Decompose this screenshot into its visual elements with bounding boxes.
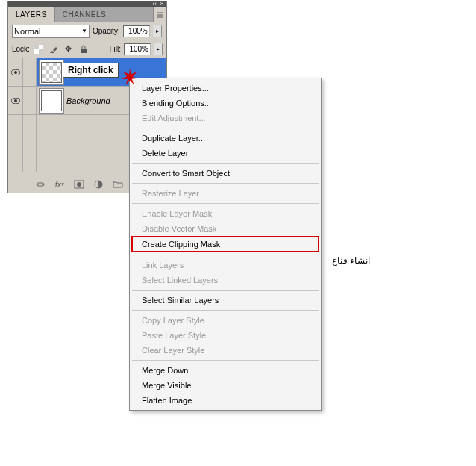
menu-separator xyxy=(132,203,319,204)
visibility-toggle[interactable] xyxy=(8,87,23,114)
menu-item: Clear Layer Style xyxy=(131,343,319,358)
menu-item[interactable]: Duplicate Layer... xyxy=(131,131,319,146)
callout-label: Right click xyxy=(63,63,119,78)
svg-point-13 xyxy=(77,182,81,187)
svg-rect-6 xyxy=(34,49,39,54)
adjustment-icon[interactable] xyxy=(92,178,105,191)
opacity-flyout-icon[interactable]: ▸ xyxy=(153,25,162,37)
lock-transparency-icon[interactable] xyxy=(33,43,45,55)
menu-separator xyxy=(132,360,319,361)
panel-menu-icon[interactable] xyxy=(153,7,166,22)
layer-name[interactable]: Background xyxy=(66,96,110,105)
eye-icon xyxy=(11,69,20,75)
blend-row: Normal ▼ Opacity: ▸ xyxy=(8,22,166,40)
menu-item: Rasterize Layer xyxy=(131,186,319,201)
svg-marker-16 xyxy=(122,69,138,85)
menu-item[interactable]: Blending Options... xyxy=(131,96,319,111)
svg-point-9 xyxy=(14,71,17,74)
visibility-toggle[interactable] xyxy=(8,58,23,86)
close-icon[interactable]: × xyxy=(159,1,165,7)
menu-separator xyxy=(132,128,319,128)
menu-item: Select Linked Layers xyxy=(131,273,319,288)
menu-separator xyxy=(132,163,319,164)
menu-item: Enable Layer Mask xyxy=(131,206,319,221)
svg-point-11 xyxy=(14,99,17,102)
menu-item: Link Layers xyxy=(131,258,319,273)
menu-item[interactable]: Select Similar Layers xyxy=(131,293,319,308)
menu-item: Paste Layer Style xyxy=(131,328,319,343)
menu-separator xyxy=(132,310,319,311)
lock-position-icon[interactable]: ✥ xyxy=(63,43,75,55)
fx-icon[interactable]: fx▾ xyxy=(53,178,66,191)
eye-icon xyxy=(11,98,20,104)
menu-item: Edit Adjustment... xyxy=(131,111,319,125)
layer-thumbnail[interactable] xyxy=(41,90,62,111)
fill-label: Fill: xyxy=(109,45,121,53)
menu-item[interactable]: Delete Layer xyxy=(131,146,319,161)
panel-tabs: LAYERS CHANNELS xyxy=(8,7,166,22)
fill-flyout-icon[interactable]: ▸ xyxy=(154,43,163,55)
lock-paint-icon[interactable] xyxy=(48,43,60,55)
link-col xyxy=(23,58,37,86)
menu-item: Copy Layer Style xyxy=(131,313,319,328)
fill-input[interactable] xyxy=(124,43,151,55)
svg-rect-5 xyxy=(39,45,43,49)
collapse-icon[interactable]: ‹‹ xyxy=(151,1,157,7)
tab-layers[interactable]: LAYERS xyxy=(8,7,55,22)
lock-all-icon[interactable] xyxy=(78,43,90,55)
layer-thumbnail[interactable] xyxy=(41,62,62,83)
menu-item[interactable]: Merge Down xyxy=(131,363,319,378)
menu-item[interactable]: Merge Visible xyxy=(131,378,319,393)
menu-item[interactable]: Layer Properties... xyxy=(131,81,319,96)
group-icon[interactable] xyxy=(111,178,125,191)
opacity-label: Opacity: xyxy=(93,27,120,35)
opacity-input[interactable] xyxy=(123,25,150,37)
blend-mode-select[interactable]: Normal ▼ xyxy=(12,25,90,38)
link-col xyxy=(23,87,37,114)
menu-separator xyxy=(132,183,319,184)
menu-item[interactable]: Convert to Smart Object xyxy=(131,166,319,181)
menu-separator xyxy=(132,290,319,291)
menu-separator xyxy=(132,255,319,255)
lock-row: Lock: ✥ Fill: ▸ xyxy=(8,40,166,58)
menu-item[interactable]: Create Clipping Mask xyxy=(131,236,319,252)
burst-icon xyxy=(122,69,138,85)
link-icon[interactable] xyxy=(34,178,47,191)
annotation-arabic: انشاء قناع xyxy=(332,255,370,266)
blend-mode-value: Normal xyxy=(14,27,40,36)
panel-topbar: ‹‹ × xyxy=(8,1,166,7)
svg-rect-7 xyxy=(81,49,87,53)
menu-item[interactable]: Flatten Image xyxy=(131,393,319,408)
svg-rect-3 xyxy=(34,45,39,49)
menu-item: Disable Vector Mask xyxy=(131,221,319,236)
lock-label: Lock: xyxy=(12,45,30,53)
tab-channels[interactable]: CHANNELS xyxy=(55,7,113,22)
chevron-down-icon: ▼ xyxy=(81,28,87,34)
context-menu: Layer Properties...Blending Options...Ed… xyxy=(129,78,322,411)
mask-icon[interactable] xyxy=(72,178,86,191)
svg-rect-4 xyxy=(39,49,43,54)
